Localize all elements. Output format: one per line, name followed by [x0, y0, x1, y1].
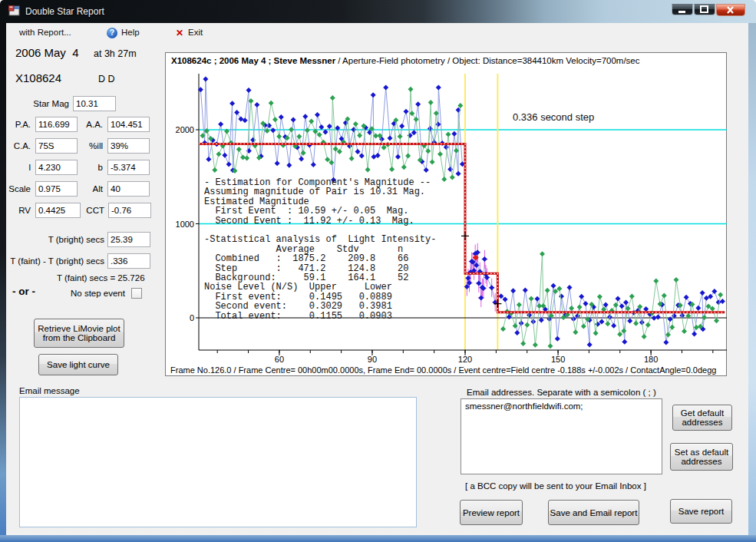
- close-button[interactable]: [716, 4, 745, 16]
- no-step-checkbox[interactable]: [131, 288, 142, 299]
- save-and-email-report-button[interactable]: Save and Email report: [548, 500, 639, 525]
- chart-title: X108624c ; 2006 May 4 ; Steve Messner / …: [171, 56, 639, 65]
- maximize-button[interactable]: [694, 4, 715, 15]
- email-addresses-input[interactable]: smessner@northfieldwifi.com;: [461, 398, 662, 474]
- svg-text:120: 120: [458, 355, 472, 364]
- menu-with-report[interactable]: with Report...: [19, 28, 71, 37]
- t-bright-label: T (bright) secs: [15, 235, 104, 244]
- rv-label: RV: [8, 206, 31, 215]
- bcc-note: [ a BCC copy will be sent to your Email …: [465, 481, 646, 491]
- step-annotation: 0.336 second step: [513, 111, 594, 123]
- window-border-right: [748, 23, 756, 535]
- alt-label: Alt: [80, 184, 103, 193]
- email-message-input[interactable]: [19, 397, 417, 527]
- aa-field[interactable]: 104.451: [107, 117, 150, 132]
- light-curve-chart: 6090120150180010002000 X108624c ; 2006 M…: [165, 52, 727, 376]
- pa-label: P.A.: [8, 120, 31, 129]
- double-star-report-window: Double Star Report with Report... ? Help…: [0, 0, 756, 542]
- menu-exit[interactable]: Exit: [188, 28, 203, 37]
- l-label: l: [8, 163, 31, 172]
- t-faint-text: T (faint) secs = 25.726: [57, 273, 145, 283]
- save-report-button[interactable]: Save report: [670, 499, 732, 524]
- event-date: 2006 May 4: [15, 46, 79, 59]
- app-icon: [8, 5, 21, 17]
- t-diff-field[interactable]: .336: [107, 253, 150, 269]
- alt-field[interactable]: 40: [107, 181, 150, 197]
- svg-text:180: 180: [644, 355, 658, 364]
- pa-field[interactable]: 116.699: [35, 117, 78, 132]
- or-text: - or -: [12, 286, 35, 297]
- preview-report-button[interactable]: Preview report: [460, 500, 523, 525]
- ill-label: %ill: [80, 141, 103, 150]
- ca-field[interactable]: 75S: [35, 138, 78, 154]
- exit-icon: ✕: [176, 28, 183, 38]
- b-field[interactable]: -5.374: [107, 160, 150, 175]
- t-diff-label: T (faint) - T (bright) secs: [6, 256, 104, 266]
- stats-text: - Estimation for Component's Magnitude -…: [204, 178, 436, 321]
- svg-text:2000: 2000: [176, 125, 194, 134]
- l-field[interactable]: 4.230: [35, 160, 78, 175]
- star-mag-label: Star Mag: [29, 99, 69, 108]
- retrieve-limovie-button[interactable]: Retrieve LiMovie plotfrom the Clipboard: [34, 319, 124, 348]
- window-border-left: [0, 23, 6, 535]
- aa-label: A.A.: [80, 120, 103, 129]
- save-light-curve-button[interactable]: Save light curve: [38, 354, 118, 375]
- help-icon: ?: [107, 28, 117, 38]
- no-step-label: No step event: [71, 289, 125, 298]
- frame-caption: Frame No.126.0 / Frame Centre= 00h00m00.…: [170, 365, 716, 375]
- menu-help[interactable]: Help: [121, 28, 140, 37]
- star-id: X108624: [15, 71, 61, 84]
- minimize-button[interactable]: [672, 4, 693, 15]
- scale-label: Scale: [8, 184, 31, 193]
- set-default-addresses-button[interactable]: Set as defaultaddresses: [670, 443, 733, 471]
- cct-label: CCT: [80, 206, 104, 215]
- window-border-bottom: [0, 535, 756, 542]
- cct-field[interactable]: -0.76: [108, 203, 151, 218]
- star-mag-field[interactable]: 10.31: [73, 96, 116, 111]
- scale-field[interactable]: 0.975: [35, 181, 78, 197]
- email-message-label: Email message: [19, 386, 80, 395]
- event-time: at 3h 27m: [94, 48, 137, 59]
- t-bright-field[interactable]: 25.39: [107, 232, 150, 247]
- window-title: Double Star Report: [25, 6, 104, 17]
- title-bar: Double Star Report: [0, 0, 756, 23]
- svg-text:60: 60: [275, 355, 284, 364]
- svg-text:1000: 1000: [176, 220, 194, 229]
- ca-label: C.A.: [8, 141, 31, 150]
- svg-text:90: 90: [368, 355, 377, 364]
- b-label: b: [80, 163, 103, 172]
- get-default-addresses-button[interactable]: Get defaultaddresses: [672, 405, 732, 431]
- event-code: D D: [98, 74, 115, 84]
- svg-text:0: 0: [190, 313, 194, 322]
- email-addresses-label: Email addresses. Separate with a semicol…: [467, 388, 656, 397]
- ill-field[interactable]: 39%: [107, 138, 150, 154]
- rv-field[interactable]: 0.4425: [35, 203, 81, 218]
- svg-text:150: 150: [551, 355, 565, 364]
